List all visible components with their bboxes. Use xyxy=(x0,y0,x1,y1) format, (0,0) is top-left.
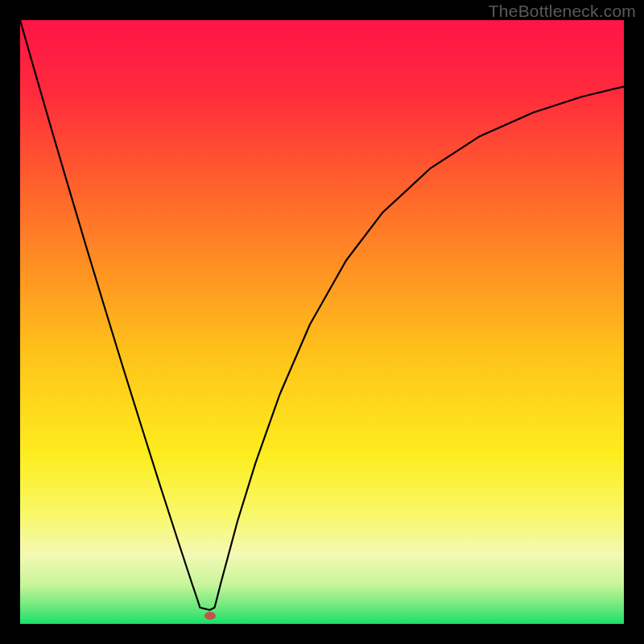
optimal-point-marker xyxy=(204,612,216,620)
plot-area xyxy=(20,20,624,624)
watermark-text: TheBottleneck.com xyxy=(489,2,636,21)
bottleneck-curve xyxy=(20,20,624,624)
chart-stage: TheBottleneck.com xyxy=(0,0,644,644)
